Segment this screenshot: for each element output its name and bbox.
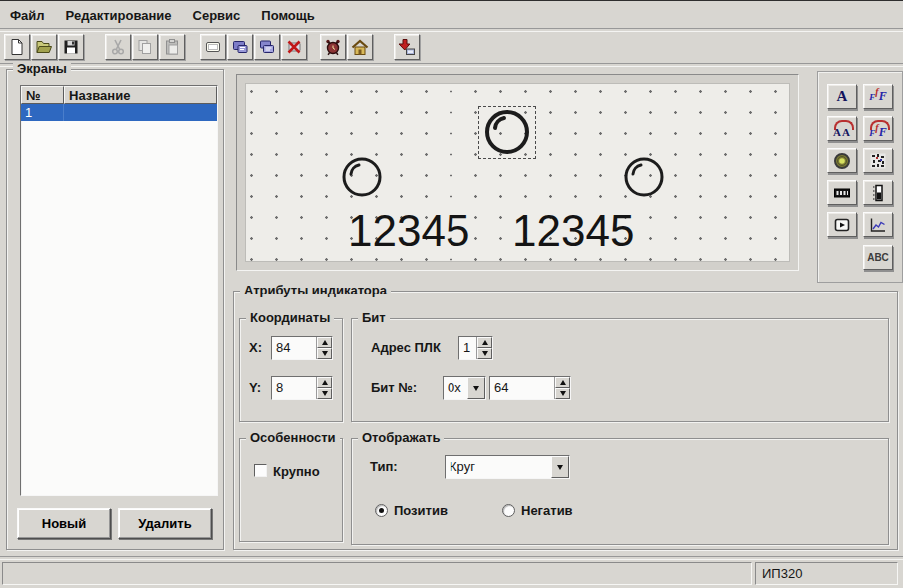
menu-edit[interactable]: Редактирование bbox=[64, 6, 174, 25]
screens-group-caption: Экраны bbox=[13, 61, 71, 76]
abc-text-tool-button[interactable]: ABC bbox=[863, 245, 893, 270]
bit-group: Бит bbox=[351, 318, 889, 422]
x-up-button[interactable] bbox=[317, 337, 332, 348]
y-label: Y: bbox=[249, 380, 261, 395]
cut-button[interactable] bbox=[105, 34, 131, 60]
download-to-panel-icon bbox=[398, 38, 416, 56]
plc-up-button[interactable] bbox=[477, 337, 492, 348]
static-text-tool-button[interactable]: A bbox=[827, 84, 857, 109]
bitmap-tool-button[interactable] bbox=[863, 148, 893, 173]
new-button[interactable] bbox=[4, 34, 30, 60]
display-group: Отображать bbox=[351, 438, 889, 545]
dynamic-function-tool-button[interactable]: FfF bbox=[863, 116, 893, 141]
alarm-clock-icon bbox=[324, 38, 342, 56]
indicator-circle-selected[interactable] bbox=[482, 108, 532, 157]
screens-list-header: № Название bbox=[21, 86, 217, 104]
paste-button[interactable] bbox=[159, 34, 185, 60]
bit-base-value[interactable]: 0x bbox=[444, 377, 467, 399]
bit-down-button[interactable] bbox=[555, 388, 570, 399]
menu-file[interactable]: Файл bbox=[8, 6, 47, 25]
delete-screen-list-button[interactable]: Удалить bbox=[118, 508, 212, 539]
menu-help[interactable]: Помощь bbox=[259, 6, 316, 25]
up-arrow-icon bbox=[322, 340, 328, 345]
value-display-left[interactable]: 12345 bbox=[348, 209, 469, 253]
indicator-circle-right[interactable] bbox=[622, 155, 666, 199]
screens-list-row-selected[interactable]: 1 bbox=[21, 104, 217, 121]
indicator-circle-left[interactable] bbox=[340, 155, 384, 199]
save-button[interactable] bbox=[58, 34, 84, 60]
static-text-icon: A bbox=[837, 88, 848, 105]
features-caption: Особенности bbox=[246, 430, 340, 445]
screen-properties-button[interactable] bbox=[227, 34, 253, 60]
copy-button[interactable] bbox=[132, 34, 158, 60]
new-screen-button[interactable] bbox=[200, 34, 226, 60]
toolbar-separator bbox=[0, 63, 903, 67]
bit-base-dropdown-button[interactable] bbox=[467, 377, 485, 399]
plc-down-button[interactable] bbox=[477, 348, 492, 359]
bargraph-tool-button[interactable] bbox=[863, 180, 893, 205]
big-checkbox-label[interactable]: Крупно bbox=[273, 464, 320, 479]
screens-group: Экраны № Название 1 Новый Удалить bbox=[6, 69, 224, 550]
negative-radio-label[interactable]: Негатив bbox=[521, 503, 573, 518]
menu-separator bbox=[0, 28, 903, 32]
copy-screen-button[interactable] bbox=[254, 34, 280, 60]
screen-name-cell bbox=[64, 104, 217, 121]
font-function-tool-button[interactable]: FfF bbox=[863, 84, 893, 109]
plc-address-value[interactable]: 1 bbox=[459, 337, 476, 359]
value-display-right[interactable]: 12345 bbox=[512, 209, 634, 253]
bit-number-label: Бит №: bbox=[371, 380, 417, 395]
type-value[interactable]: Круг bbox=[446, 456, 551, 478]
shine-arc bbox=[633, 165, 641, 174]
bitmap-icon bbox=[869, 152, 887, 170]
menu-service[interactable]: Сервис bbox=[191, 6, 243, 25]
element-palette: A FfF AA FfF bbox=[817, 71, 903, 283]
type-dropdown-button[interactable] bbox=[551, 456, 569, 478]
down-arrow-icon bbox=[557, 465, 563, 470]
register-display-icon bbox=[833, 184, 851, 202]
register-display-tool-button[interactable] bbox=[827, 180, 857, 205]
play-icon bbox=[833, 216, 851, 234]
column-header-name[interactable]: Название bbox=[64, 86, 217, 104]
y-up-button[interactable] bbox=[317, 377, 332, 388]
dynamic-arc-icon bbox=[870, 120, 890, 130]
video-play-tool-button[interactable] bbox=[827, 212, 857, 237]
trend-graph-icon bbox=[869, 216, 887, 234]
y-value[interactable]: 8 bbox=[272, 377, 316, 399]
features-group: Особенности bbox=[239, 438, 343, 542]
open-button[interactable] bbox=[31, 34, 57, 60]
home-screen-button[interactable] bbox=[347, 34, 373, 60]
y-down-button[interactable] bbox=[317, 388, 332, 399]
bit-base-combobox: 0x bbox=[443, 376, 486, 400]
x-down-button[interactable] bbox=[317, 348, 332, 359]
column-header-number[interactable]: № bbox=[21, 86, 64, 104]
radio-dot bbox=[379, 508, 384, 513]
negative-radio[interactable] bbox=[502, 504, 515, 517]
statusbar-panel-device: ИП320 bbox=[755, 562, 898, 585]
coordinates-group: Координаты bbox=[239, 318, 343, 422]
y-spinedit: 8 bbox=[271, 376, 333, 400]
big-checkbox[interactable] bbox=[254, 464, 267, 477]
trend-graph-tool-button[interactable] bbox=[863, 212, 893, 237]
type-combobox: Круг bbox=[445, 455, 570, 479]
screen-properties-icon bbox=[231, 38, 249, 56]
x-label: X: bbox=[249, 340, 262, 355]
menu-bar: Файл Редактирование Сервис Помощь bbox=[0, 3, 317, 27]
type-label: Тип: bbox=[370, 459, 398, 474]
positive-radio-label[interactable]: Позитив bbox=[394, 503, 448, 518]
new-screen-list-button[interactable]: Новый bbox=[17, 508, 111, 539]
positive-radio[interactable] bbox=[375, 504, 388, 517]
delete-screen-icon bbox=[285, 38, 303, 56]
indicator-lamp-tool-button[interactable] bbox=[827, 148, 857, 173]
bit-number-value[interactable]: 64 bbox=[490, 377, 554, 399]
app-window: Файл Редактирование Сервис Помощь bbox=[0, 0, 903, 588]
new-screen-icon bbox=[204, 38, 222, 56]
download-button[interactable] bbox=[394, 34, 420, 60]
paste-clipboard-icon bbox=[163, 38, 181, 56]
bit-up-button[interactable] bbox=[555, 377, 570, 388]
shine-arc bbox=[351, 165, 359, 174]
delete-screen-button[interactable] bbox=[281, 34, 307, 60]
x-value[interactable]: 84 bbox=[272, 337, 316, 359]
down-arrow-icon bbox=[482, 351, 488, 356]
dynamic-text-tool-button[interactable]: AA bbox=[827, 116, 857, 141]
alarms-button[interactable] bbox=[320, 34, 346, 60]
